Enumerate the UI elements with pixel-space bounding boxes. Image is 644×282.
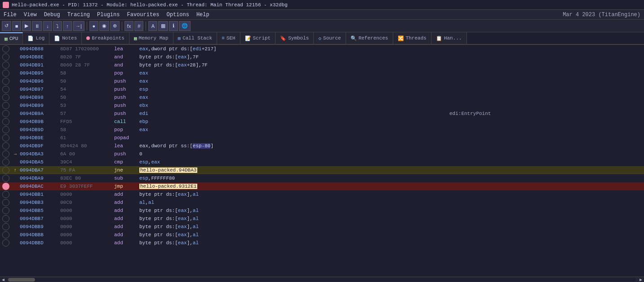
menu-view[interactable]: View (20, 11, 40, 19)
disasm-operand: hello-packed.94DBA3 (139, 167, 197, 173)
tb-step-into[interactable]: ↓ (43, 21, 52, 31)
table-row[interactable]: 0094DBB5 0000 add byte ptr ds:[eax],al (0, 207, 644, 215)
table-row[interactable]: 0094DBAC E9 3037FEFF jmp hello-packed.93… (0, 182, 644, 190)
tab-seh[interactable]: ≡ SEH (217, 32, 240, 44)
disasm-bytes: 50 (60, 79, 114, 84)
tab-script[interactable]: 📝 Script (240, 32, 276, 44)
table-row[interactable]: → 0094DBA3 6A 00 push 0 (0, 150, 644, 158)
disasm-instruction: add byte ptr ds:[eax],al (114, 208, 446, 213)
table-row[interactable]: 0094DB9A 57 push edi edi:EntryPoint (0, 110, 644, 118)
disasm-instruction: push eax (114, 95, 446, 100)
tab-references[interactable]: 🔍 References (346, 32, 393, 44)
menu-tracing[interactable]: Tracing (64, 11, 93, 19)
tb-restart[interactable]: ↺ (2, 21, 11, 31)
table-row[interactable]: 0094DB9E 61 popad (0, 134, 644, 142)
tb-stop[interactable]: ■ (12, 21, 21, 31)
disasm-address: 0094DBB1 (20, 192, 60, 197)
tb-run[interactable]: ▶ (22, 21, 31, 31)
bp-indicator (2, 150, 9, 158)
disasm-address: 0094DB97 (20, 87, 60, 92)
table-row[interactable]: ↑ 0094DBA7 75 FA jne hello-packed.94DBA3 (0, 166, 644, 174)
table-row[interactable]: 0094DB95 58 pop eax (0, 69, 644, 77)
menu-plugins[interactable]: Plugins (93, 11, 123, 19)
tab-handles[interactable]: 📋 Han... (431, 32, 467, 44)
table-row[interactable]: 0094DB8E 8020 7F and byte ptr ds:[eax],7… (0, 53, 644, 61)
disasm-operand: byte ptr ds:[eax],al (139, 240, 199, 246)
bp-indicator (2, 142, 9, 150)
tab-callstack[interactable]: ⊞ Call Stack (173, 32, 218, 44)
tab-thr-label: Threads (406, 35, 426, 41)
tb-log[interactable]: fx (124, 21, 134, 31)
table-row[interactable]: 0094DBB9 0000 add byte ptr ds:[eax],al (0, 223, 644, 231)
tab-log[interactable]: 📄 Log (23, 32, 49, 44)
tb-net[interactable]: 🌐 (179, 21, 191, 31)
main-area: 0094DB88 8D87 17020000 lea eax,dword ptr… (0, 45, 644, 282)
tab-source[interactable]: ◇ Source (314, 32, 346, 44)
disasm-view[interactable]: 0094DB88 8D87 17020000 lea eax,dword ptr… (0, 45, 644, 282)
scroll-right-arrow[interactable]: ▶ (638, 277, 644, 282)
tb-font[interactable]: A (148, 21, 157, 31)
table-row[interactable]: 0094DBB1 0000 add byte ptr ds:[eax],al (0, 190, 644, 198)
table-row[interactable]: 0094DB9B FFD5 call ebp (0, 118, 644, 126)
disasm-address: 0094DBB9 (20, 224, 60, 229)
menu-favourites[interactable]: Favourites (123, 11, 163, 19)
disasm-address: 0094DB95 (20, 70, 60, 76)
table-row[interactable]: 0094DBBB 0000 add byte ptr ds:[eax],al (0, 231, 644, 239)
menu-options[interactable]: Options (163, 11, 193, 19)
tb-hash[interactable]: # (134, 21, 143, 31)
tb-hwbp[interactable]: ◉ (99, 21, 109, 31)
table-row[interactable]: 0094DBA5 39C4 cmp esp,eax (0, 158, 644, 166)
tab-cpu[interactable]: ▦ CPU (0, 32, 23, 44)
table-row[interactable]: 0094DBB3 00C0 add al,al (0, 198, 644, 207)
disasm-instruction: push esp (114, 87, 446, 92)
disasm-bytes: 75 FA (60, 167, 114, 173)
disasm-mnemonic: lea (114, 143, 137, 149)
tb-step-over[interactable]: ⤵ (53, 21, 62, 31)
tab-sym-icon: 🔖 (280, 35, 286, 41)
tb-settings[interactable]: ▦ (158, 21, 168, 31)
disasm-mnemonic: pop (114, 127, 137, 132)
disasm-instruction: pop eax (114, 70, 446, 76)
table-row[interactable]: 0094DB9F 8D4424 80 lea eax,dword ptr ss:… (0, 142, 644, 150)
sep2 (122, 22, 122, 31)
disasm-bytes: 58 (60, 70, 114, 76)
table-row[interactable]: 0094DB97 54 push esp (0, 85, 644, 93)
disasm-instruction: and byte ptr ds:[eax],7F (114, 54, 446, 60)
table-row[interactable]: 0094DB98 50 push eax (0, 93, 644, 101)
disasm-instruction: popad (114, 135, 446, 141)
menu-file[interactable]: File (0, 11, 20, 19)
disasm-mnemonic: add (114, 240, 137, 246)
tab-notes[interactable]: 📄 Notes (49, 32, 82, 44)
tab-symbols[interactable]: 🔖 Symbols (275, 32, 314, 44)
tb-step-out[interactable]: ↑ (63, 21, 72, 31)
table-row[interactable]: 0094DB9D 58 pop eax (0, 126, 644, 134)
disasm-operand: byte ptr ds:[eax],al (139, 224, 199, 229)
disasm-instruction: and byte ptr ds:[eax+28],7F (114, 62, 446, 68)
bp-indicator (2, 167, 9, 174)
disasm-mnemonic: push (114, 103, 137, 108)
tab-memmap[interactable]: ▦ Memory Map (129, 32, 173, 44)
table-row[interactable]: 0094DBB7 0000 add byte ptr ds:[eax],al (0, 215, 644, 223)
menu-debug[interactable]: Debug (40, 11, 64, 19)
tb-pause[interactable]: ⏸ (32, 21, 42, 31)
arrow-up-icon: ↑ (14, 168, 17, 173)
tb-about[interactable]: ℹ (169, 21, 178, 31)
tab-threads[interactable]: 🔀 Threads (393, 32, 431, 44)
table-row[interactable]: 0094DB99 53 push ebx (0, 101, 644, 110)
disasm-bytes: 8D4424 80 (60, 143, 114, 149)
arrow-right-icon: → (14, 152, 17, 157)
table-row[interactable]: 0094DB91 8060 28 7F and byte ptr ds:[eax… (0, 61, 644, 69)
disasm-operand: byte ptr ds:[eax],al (139, 216, 199, 221)
table-row[interactable]: 0094DB96 50 push eax (0, 77, 644, 85)
table-row[interactable]: 0094DBA9 83EC 80 sub esp,FFFFFF80 (0, 174, 644, 182)
tb-run-until[interactable]: →| (73, 21, 84, 31)
h-scroll-thumb[interactable] (8, 278, 35, 282)
tb-bp[interactable]: ● (89, 21, 98, 31)
scroll-left-arrow[interactable]: ◀ (0, 277, 6, 282)
menu-help[interactable]: Help (193, 11, 213, 19)
table-row[interactable]: 0094DBBD 0000 add byte ptr ds:[eax],al (0, 239, 644, 247)
tb-mem-bp[interactable]: ⊕ (110, 21, 120, 31)
table-row[interactable]: 0094DB88 8D87 17020000 lea eax,dword ptr… (0, 45, 644, 53)
h-scrollbar[interactable]: ◀ ▶ (0, 277, 644, 282)
tab-breakpoints[interactable]: Breakpoints (82, 32, 129, 44)
